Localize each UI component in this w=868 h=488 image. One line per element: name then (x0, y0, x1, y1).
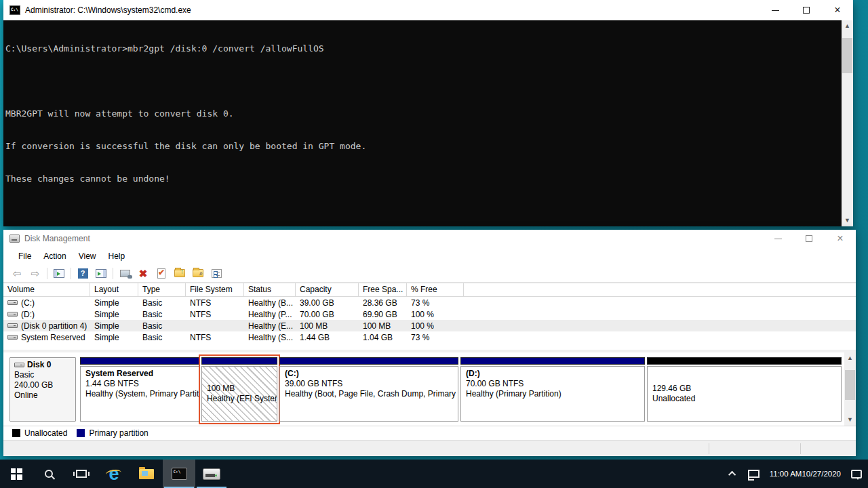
partition-size: 129.46 GB (652, 384, 836, 394)
volume-filesystem: NTFS (186, 298, 244, 308)
volume-filesystem: NTFS (186, 310, 244, 319)
network-icon (748, 470, 760, 478)
partition-system-reserved[interactable]: System Reserved 1.44 GB NTFS Healthy (Sy… (80, 357, 199, 422)
legend-label: Unallocated (24, 428, 67, 438)
maximize-icon (803, 7, 810, 14)
file-explorer-button[interactable] (130, 460, 163, 488)
legend-swatch-primary (77, 429, 85, 437)
windows-logo-icon (11, 468, 22, 480)
partition-unallocated[interactable]: 129.46 GB Unallocated (647, 357, 842, 422)
cmd-maximize-button[interactable] (791, 0, 822, 20)
volume-type: Basic (138, 321, 186, 331)
volume-capacity: 70.00 GB (296, 310, 359, 319)
folder-open-icon: ↑ (174, 269, 185, 277)
tray-overflow-button[interactable] (724, 460, 742, 488)
column-header-status[interactable]: Status (244, 283, 296, 296)
action-pane-icon (96, 269, 106, 278)
mark-active-button[interactable]: ✔ (155, 267, 168, 279)
volume-row-c[interactable]: (C:) Simple Basic NTFS Healthy (B... 39.… (3, 297, 856, 308)
network-tray-button[interactable] (742, 460, 766, 488)
cmd-close-button[interactable]: × (822, 0, 853, 20)
properties-icon (212, 269, 222, 278)
action-center-button[interactable] (845, 460, 868, 488)
cmd-output-line: MBR2GPT will now attempt to convert disk… (5, 108, 840, 119)
chevron-up-icon (728, 471, 736, 479)
column-header-capacity[interactable]: Capacity (296, 283, 359, 296)
disk-view-scrollbar[interactable]: ▲ ▼ (844, 352, 856, 426)
statusbar-divider (709, 443, 709, 454)
menu-view[interactable]: View (73, 247, 102, 264)
cmd-scrollbar[interactable]: ▲ ▼ (842, 20, 853, 226)
drive-icon (7, 300, 18, 305)
column-header-percentfree[interactable]: % Free (407, 283, 464, 296)
disk-management-taskbar-button[interactable] (195, 460, 228, 488)
column-header-layout[interactable]: Layout (90, 283, 138, 296)
partition-c[interactable]: (C:) 39.00 GB NTFS Healthy (Boot, Page F… (279, 357, 458, 422)
minimize-icon (772, 10, 779, 11)
menu-help[interactable]: Help (102, 247, 132, 264)
disk-view-scrollbar-thumb[interactable] (845, 370, 855, 400)
task-view-button[interactable] (65, 460, 98, 488)
volume-row-partition4[interactable]: (Disk 0 partition 4) Simple Basic Health… (3, 320, 856, 331)
internet-explorer-icon: e (108, 465, 119, 483)
cmd-blank-line (5, 76, 840, 87)
task-view-icon (76, 470, 87, 478)
show-action-pane-button[interactable] (94, 267, 108, 279)
delete-volume-button[interactable]: ✖ (136, 267, 150, 279)
clock-date: 10/27/2020 (802, 469, 841, 479)
column-header-type[interactable]: Type (138, 283, 186, 296)
properties-button[interactable] (210, 267, 223, 279)
cmd-scrollbar-thumb[interactable] (842, 38, 852, 73)
forward-arrow-icon: ⇨ (31, 268, 40, 279)
disk0-status: Online (14, 390, 71, 401)
taskbar-clock[interactable]: 11:00 AM 10/27/2020 (766, 460, 845, 488)
partition-d[interactable]: (D:) 70.00 GB NTFS Healthy (Primary Part… (460, 357, 645, 422)
dm-maximize-button[interactable] (793, 230, 825, 247)
close-icon: × (837, 233, 843, 244)
dm-minimize-button[interactable] (762, 230, 793, 247)
volume-filesystem: NTFS (186, 333, 244, 342)
toolbar-separator (71, 268, 71, 279)
volume-percent-free: 73 % (407, 298, 464, 308)
open-button[interactable]: ↑ (173, 267, 186, 279)
scroll-up-icon[interactable]: ▲ (842, 20, 853, 32)
cmd-minimize-button[interactable] (760, 0, 791, 20)
start-button[interactable] (0, 460, 33, 488)
volume-percent-free: 73 % (407, 333, 464, 342)
cmd-window-controls: × (760, 0, 853, 20)
scroll-down-icon[interactable]: ▼ (842, 215, 853, 226)
back-button[interactable]: ⇦ (10, 267, 24, 279)
menu-file[interactable]: File (12, 247, 37, 264)
dm-close-button[interactable]: × (825, 230, 856, 247)
menu-action[interactable]: Action (37, 247, 72, 264)
forward-button[interactable]: ⇨ (28, 267, 42, 279)
legend-primary-partition: Primary partition (77, 428, 148, 438)
show-console-tree-button[interactable] (52, 267, 66, 279)
volume-row-d[interactable]: (D:) Simple Basic NTFS Healthy (P... 70.… (3, 308, 856, 320)
partition-efi-selected[interactable]: 100 MB Healthy (EFI Systen (201, 357, 277, 422)
back-arrow-icon: ⇦ (13, 268, 22, 279)
volume-name: (C:) (21, 298, 35, 308)
statusbar-divider (800, 443, 801, 454)
scroll-down-icon[interactable]: ▼ (844, 414, 856, 426)
disk0-info-panel[interactable]: Disk 0 Basic 240.00 GB Online (9, 357, 76, 422)
column-header-freespace[interactable]: Free Spa... (359, 283, 407, 296)
cmd-taskbar-button[interactable]: C:\ (163, 460, 195, 488)
cmd-window-title: Administrator: C:\Windows\system32\cmd.e… (25, 5, 191, 15)
volume-row-system-reserved[interactable]: System Reserved Simple Basic NTFS Health… (3, 331, 856, 343)
volume-capacity: 1.44 GB (296, 333, 359, 342)
search-icon (45, 470, 53, 478)
disk0-type: Basic (14, 370, 71, 380)
scroll-up-icon[interactable]: ▲ (844, 352, 856, 364)
column-header-volume[interactable]: Volume (3, 283, 90, 296)
help-button[interactable]: ? (76, 267, 90, 279)
drive-icon (7, 335, 18, 340)
taskbar-search-button[interactable] (33, 460, 65, 488)
toolbar-separator (113, 268, 113, 279)
explore-button[interactable]: ⌕ (191, 267, 205, 279)
volume-capacity: 100 MB (296, 321, 359, 331)
internet-explorer-button[interactable]: e (98, 460, 130, 488)
column-header-filesystem[interactable]: File System (186, 283, 244, 296)
device-view-button[interactable] (118, 267, 132, 279)
dm-titlebar: Disk Management × (3, 230, 856, 247)
